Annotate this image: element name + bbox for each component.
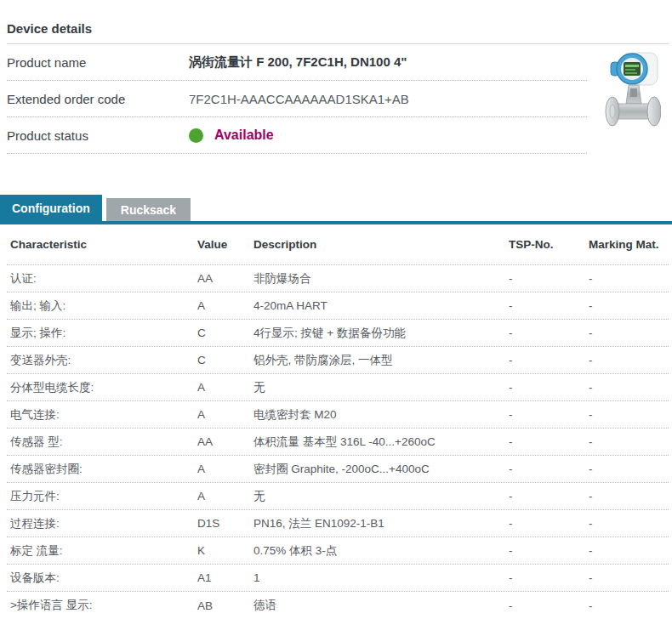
tsp-cell: - (509, 463, 589, 475)
header-description: Description (253, 238, 509, 251)
value-cell: A (197, 463, 253, 475)
description-cell: 4-20mA HART (253, 299, 509, 312)
value-cell: AA (197, 435, 253, 448)
value-cell: D1S (197, 517, 253, 530)
marking-cell: - (589, 544, 665, 557)
product-image (605, 51, 661, 131)
marking-cell: - (589, 327, 665, 339)
status-indicator: Available (189, 128, 274, 143)
description-cell: 德语 (253, 598, 509, 613)
tsp-cell: - (509, 517, 589, 530)
tsp-cell: - (509, 272, 589, 285)
status-available-dot-icon (189, 128, 203, 143)
description-cell: 无 (253, 380, 509, 395)
tsp-cell: - (509, 544, 589, 557)
characteristic-cell: 标定 流量: (10, 543, 197, 559)
characteristic-cell: 显示; 操作: (10, 326, 197, 341)
characteristic-cell: 输出; 输入: (10, 298, 197, 314)
description-cell: 密封圈 Graphite, -200oC...+400oC (253, 462, 509, 477)
marking-cell: - (589, 435, 665, 448)
marking-cell: - (589, 272, 665, 285)
tsp-cell: - (509, 327, 589, 339)
tsp-cell: - (509, 354, 589, 366)
table-row: 显示; 操作: C 4行显示; 按键 + 数据备份功能 - - (7, 320, 669, 347)
tab-bar: Configuration Rucksack (0, 195, 672, 224)
table-row: 压力元件: A 无 - - (7, 483, 669, 510)
value-cell: A (197, 299, 253, 312)
description-cell: 0.75% 体积 3-点 (253, 543, 509, 559)
tsp-cell: - (509, 435, 589, 448)
page-title: Device details (7, 21, 669, 44)
header-characteristic: Characteristic (10, 238, 197, 251)
description-cell: 4行显示; 按键 + 数据备份功能 (253, 326, 509, 341)
table-row: 标定 流量: K 0.75% 体积 3-点 - - (7, 537, 669, 565)
value-cell: C (197, 354, 253, 366)
characteristic-cell: 变送器外壳: (10, 353, 197, 368)
value-cell: A (197, 381, 253, 394)
characteristic-cell: 认证: (10, 271, 197, 287)
table-row: 过程连接: D1S PN16, 法兰 EN1092-1-B1 - - (7, 510, 669, 537)
value-cell: A (197, 490, 253, 503)
description-cell: 1 (253, 571, 509, 584)
table-row: 变送器外壳: C 铝外壳, 带防腐涂层, 一体型 - - (7, 347, 669, 374)
table-row: 传感器 型: AA 体积流量 基本型 316L -40...+260oC - - (7, 429, 669, 456)
description-cell: 铝外壳, 带防腐涂层, 一体型 (253, 353, 509, 368)
characteristic-cell: 电气连接: (10, 407, 197, 423)
table-row: 传感器密封圈: A 密封圈 Graphite, -200oC...+400oC … (7, 456, 669, 483)
product-name-row: Product name 涡街流量计 F 200, 7F2C1H, DN100 … (7, 44, 587, 81)
extended-order-code-row: Extended order code 7F2C1H-AAACCAAAAAAD1… (7, 81, 587, 117)
marking-cell: - (589, 517, 665, 530)
status-badge: Available (214, 128, 274, 143)
marking-cell: - (589, 463, 665, 475)
value-cell: C (197, 327, 253, 339)
value-cell: AA (197, 272, 253, 285)
extended-order-code-value: 7F2C1H-AAACCAAAAAAD1SKA1+AB (189, 92, 409, 106)
description-cell: 无 (253, 489, 509, 504)
extended-order-code-label: Extended order code (7, 92, 189, 106)
description-cell: 电缆密封套 M20 (253, 407, 509, 423)
characteristic-cell: 压力元件: (10, 489, 197, 504)
value-cell: A (197, 408, 253, 421)
marking-cell: - (589, 408, 665, 421)
value-cell: K (197, 544, 253, 557)
characteristic-cell: 设备版本: (10, 571, 197, 586)
characteristic-cell: 分体型电缆长度: (10, 380, 197, 395)
device-details-page: Device details Product name 涡街流量计 F 200,… (0, 0, 672, 619)
characteristic-cell: >操作语言 显示: (10, 598, 197, 613)
tsp-cell: - (509, 299, 589, 312)
table-row: >操作语言 显示: AB 德语 - - (7, 592, 669, 619)
characteristic-cell: 传感器密封圈: (10, 462, 197, 477)
device-details-section: Device details Product name 涡街流量计 F 200,… (0, 0, 672, 154)
configuration-table: Characteristic Value Description TSP-No.… (0, 224, 672, 619)
tsp-cell: - (509, 571, 589, 584)
marking-cell: - (589, 571, 665, 584)
marking-cell: - (589, 490, 665, 503)
header-marking-mat: Marking Mat. (589, 238, 665, 251)
table-row: 设备版本: A1 1 - - (7, 565, 669, 592)
description-cell: PN16, 法兰 EN1092-1-B1 (253, 516, 509, 531)
marking-cell: - (589, 354, 665, 366)
marking-cell: - (589, 599, 665, 612)
tab-rucksack[interactable]: Rucksack (106, 198, 191, 221)
product-name-label: Product name (7, 55, 189, 70)
tsp-cell: - (509, 408, 589, 421)
marking-cell: - (589, 299, 665, 312)
description-cell: 体积流量 基本型 316L -40...+260oC (253, 434, 509, 450)
header-value: Value (197, 238, 253, 251)
value-cell: AB (197, 599, 253, 612)
table-header-row: Characteristic Value Description TSP-No.… (7, 224, 669, 265)
value-cell: A1 (197, 571, 253, 584)
tsp-cell: - (509, 599, 589, 612)
table-row: 电气连接: A 电缆密封套 M20 - - (7, 401, 669, 429)
table-row: 认证: AA 非防爆场合 - - (7, 265, 669, 292)
header-tsp-no: TSP-No. (509, 238, 589, 251)
product-status-label: Product status (7, 128, 189, 143)
description-cell: 非防爆场合 (253, 271, 509, 287)
characteristic-cell: 传感器 型: (10, 434, 197, 450)
characteristic-cell: 过程连接: (10, 516, 197, 531)
marking-cell: - (589, 381, 665, 394)
tab-configuration[interactable]: Configuration (0, 195, 102, 221)
tsp-cell: - (509, 490, 589, 503)
table-row: 分体型电缆长度: A 无 - - (7, 374, 669, 401)
tsp-cell: - (509, 381, 589, 394)
